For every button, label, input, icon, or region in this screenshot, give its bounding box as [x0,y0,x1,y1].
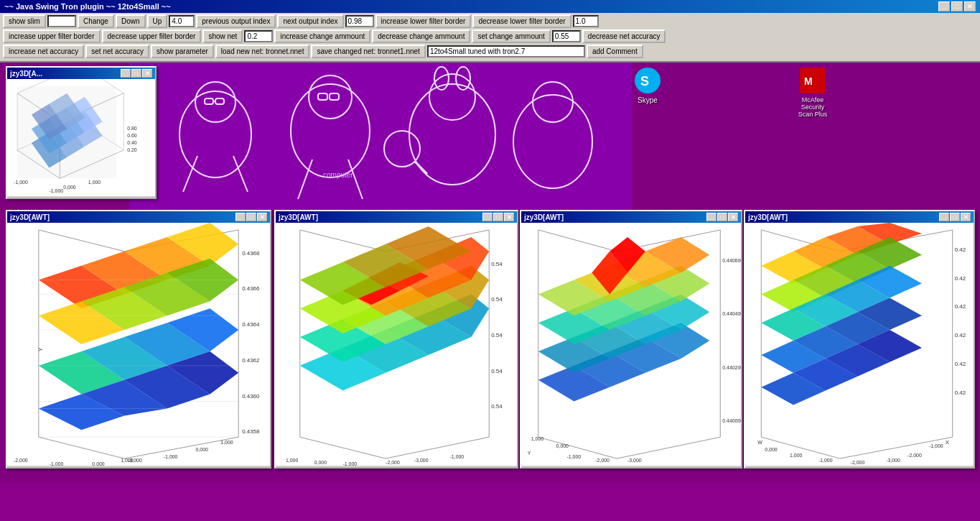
svg-text:-1,000: -1,000 [14,180,28,185]
small-3d-minimize[interactable]: _ [121,69,131,78]
prev-output-button[interactable]: previous output index [196,14,276,28]
skype-label: Skype [638,96,658,104]
minimize-button[interactable]: _ [938,1,950,11]
dec-accuracy-button[interactable]: decrease net accuracy [582,29,666,43]
w4-title: jzy3D[AWT] [748,213,788,221]
add-comment-button[interactable]: add Comment [587,45,643,58]
show-slim-button[interactable]: show slim [3,14,46,28]
svg-text:0.60: 0.60 [127,133,137,138]
next-output-button[interactable]: next output index [277,14,343,28]
small-3d-titlebar: jzy3D[A... _ □ ✕ [7,68,155,79]
slim-input[interactable] [47,15,76,27]
svg-text:1,000: 1,000 [220,440,233,445]
svg-text:0.42: 0.42 [955,361,966,367]
close-button[interactable]: ✕ [964,1,976,11]
save-net-button[interactable]: save changed net: tronnet1.nnet [311,45,425,58]
comment-input[interactable] [427,45,585,57]
w2-maximize[interactable]: □ [493,213,503,221]
svg-text:0.42: 0.42 [955,275,966,282]
toolbar-row-2: increase upper filter border decrease up… [3,29,977,43]
svg-text:1,000: 1,000 [790,453,803,458]
svg-text:-3,000: -3,000 [627,458,642,463]
inc-upper-filter-button[interactable]: increase upper filter border [3,29,101,43]
svg-text:1,000: 1,000 [88,180,101,185]
title-text: ~~ Java Swing Tron plugin ~~ 12to4Small … [4,2,171,11]
svg-text:0.80: 0.80 [127,126,137,131]
w1-maximize[interactable]: □ [246,213,256,221]
small-3d-chart: 0.80 0.60 0.40 0.20 -1,000 0,000 1,000 -… [7,79,155,196]
w3-close[interactable]: ✕ [728,213,738,221]
inc-lower-filter-button[interactable]: increase lower filter border [375,14,472,28]
w4-close[interactable]: ✕ [961,213,971,221]
svg-text:-1,000: -1,000 [450,454,465,459]
w1-titlebar: jzy3D[AWT] _ □ ✕ [7,211,270,223]
small-3d-title: jzy3D[A... [10,70,42,78]
w4-maximize[interactable]: □ [950,213,960,221]
svg-text:0,000: 0,000 [196,447,209,452]
mcafee-icon: M [798,66,827,95]
dec-lower-value[interactable] [573,15,599,27]
svg-text:0,000: 0,000 [314,460,327,465]
up-value-input[interactable] [169,15,195,27]
small-3d-close[interactable]: ✕ [142,69,152,78]
dec-lower-filter-button[interactable]: decrease lower filter border [472,14,571,28]
svg-text:-1,000: -1,000 [818,458,833,463]
show-net-button[interactable]: show net [202,29,243,43]
w2-chart: 0.54 0.54 0.54 0.54 0.54 1,000 0,000 -1,… [276,223,517,466]
w3-maximize[interactable]: □ [717,213,727,221]
change-button[interactable]: Change [78,14,114,28]
small-3d-window: jzy3D[A... _ □ ✕ [6,66,157,199]
svg-text:computer: computer [323,171,353,179]
show-net-value[interactable] [244,30,273,42]
svg-text:0.4364: 0.4364 [242,321,260,328]
svg-line-97 [300,437,386,458]
inc-net-accuracy-button[interactable]: increase net accuracy [3,45,84,58]
svg-text:0.440000: 0.440000 [722,418,741,423]
set-change-button[interactable]: set change ammount [472,29,550,43]
skype-desktop-icon[interactable]: S Skype [625,66,671,104]
w1-window: jzy3D[AWT] _ □ ✕ [6,210,271,469]
svg-line-55 [39,437,124,458]
svg-text:1,000: 1,000 [531,436,544,441]
w3-controls: _ □ ✕ [706,213,738,221]
svg-text:0.54: 0.54 [491,368,503,374]
svg-text:Y: Y [528,451,531,456]
inc-change-button[interactable]: increase change ammount [274,29,370,43]
svg-text:0.54: 0.54 [491,403,503,410]
w1-close[interactable]: ✕ [257,213,267,221]
svg-text:0.42: 0.42 [955,303,966,310]
w1-minimize[interactable]: _ [235,213,246,221]
w2-controls: _ □ ✕ [482,213,514,221]
svg-text:0.42: 0.42 [955,246,966,253]
set-net-accuracy-button[interactable]: set net accuracy [85,45,149,58]
w2-minimize[interactable]: _ [482,213,493,221]
maximize-button[interactable]: □ [951,1,963,11]
small-3d-maximize[interactable]: □ [131,69,141,78]
w4-titlebar: jzy3D[AWT] _ □ ✕ [745,211,974,223]
svg-text:Y: Y [37,347,44,351]
set-change-value[interactable] [552,30,581,42]
load-net-button[interactable]: load new net: tronnet.nnet [215,45,310,58]
w4-minimize[interactable]: _ [939,213,949,221]
svg-text:-1,000: -1,000 [164,454,178,459]
svg-text:-2,000: -2,000 [386,460,400,465]
up-button[interactable]: Up [147,14,168,28]
svg-text:0,000: 0,000 [92,461,105,466]
w2-close[interactable]: ✕ [504,213,514,221]
w4-controls: _ □ ✕ [939,213,971,221]
w3-chart: 0.440600 0.440400 0.440200 0.440000 1,00… [521,223,741,466]
cartoon-area: computer [129,63,632,210]
mcafee-desktop-icon[interactable]: M McAfee Security Scan Plus [790,66,836,118]
down-button[interactable]: Down [116,14,146,28]
cartoon-image: computer [129,63,632,210]
svg-text:0.42: 0.42 [955,389,966,396]
dec-change-button[interactable]: decrease change ammount [372,29,470,43]
w3-minimize[interactable]: _ [706,213,717,221]
next-output-value[interactable] [345,15,374,27]
w3-window: jzy3D[AWT] _ □ ✕ [520,210,742,469]
svg-text:-1,000: -1,000 [342,461,357,466]
svg-line-98 [386,437,489,458]
show-parameter-button[interactable]: show parameter [151,45,214,58]
dec-upper-filter-button[interactable]: decrease upper filter border [102,29,202,43]
svg-text:0,000: 0,000 [63,185,75,190]
